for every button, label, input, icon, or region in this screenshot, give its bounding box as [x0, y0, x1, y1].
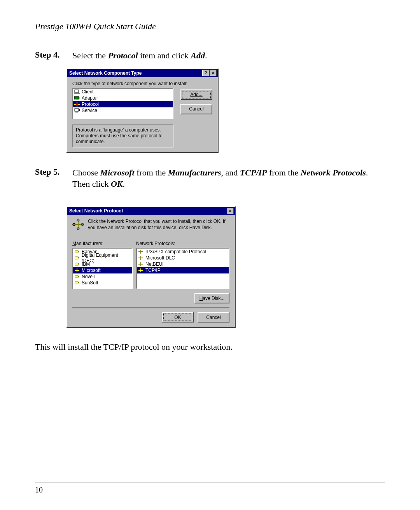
svg-point-13	[77, 228, 79, 230]
page-number: 10	[35, 485, 43, 494]
service-icon	[74, 108, 80, 113]
list-item[interactable]: Protocol	[73, 101, 173, 107]
cancel-button-label: Cancel	[206, 315, 220, 320]
list-item[interactable]: Adapter	[73, 95, 173, 101]
list-item[interactable]: Microsoft DLC	[137, 255, 229, 261]
adapter-icon	[74, 95, 80, 101]
vendor-icon	[74, 249, 80, 254]
vendor-icon	[74, 274, 80, 279]
step5-text: .	[123, 179, 125, 189]
protocol-item-icon	[138, 249, 144, 254]
cancel-button[interactable]: Cancel	[198, 312, 229, 322]
step5: Step 5. Choose Microsoft from the Manufa…	[35, 167, 385, 190]
list-item[interactable]: Service	[73, 107, 173, 114]
vendor-icon	[74, 261, 80, 267]
dialog2-separator	[72, 307, 229, 308]
close-icon[interactable]: ×	[227, 208, 234, 214]
svg-rect-19	[78, 257, 79, 258]
svg-rect-21	[78, 263, 79, 265]
help-icon[interactable]: ?	[202, 70, 209, 76]
list-item[interactable]: Digital Equipment (DEC)	[73, 255, 132, 261]
component-type-list[interactable]: Client Adapter Protocol Service	[72, 88, 173, 119]
add-button-label: Add...	[190, 92, 202, 97]
svg-rect-0	[75, 90, 79, 93]
cancel-button-label: Cancel	[189, 106, 203, 112]
list-item[interactable]: SunSoft	[73, 280, 132, 286]
protocol-item-icon	[138, 261, 144, 267]
svg-rect-16	[75, 251, 78, 253]
step5-text: , and	[221, 168, 240, 177]
svg-rect-17	[78, 251, 79, 252]
list-item-label: Microsoft DLC	[145, 255, 175, 261]
list-item-label: IBM	[82, 261, 90, 267]
vendor-icon	[74, 268, 80, 273]
step4-text3: .	[205, 51, 207, 60]
have-disk-label: Have Disk...	[200, 296, 225, 301]
dialog-select-component-type: Select Network Component Type ? × Click …	[66, 68, 219, 153]
svg-rect-24	[75, 275, 78, 278]
svg-point-14	[73, 223, 75, 226]
step4-text: Select the	[72, 51, 108, 60]
ok-button-label: OK	[174, 315, 181, 320]
list-item-label: Microsoft	[82, 268, 101, 273]
list-item[interactable]: Client	[73, 89, 173, 95]
step5-text: from the	[267, 168, 301, 177]
protocols-list[interactable]: IPX/SPX-compatible Protocol Microsoft DL…	[136, 248, 229, 289]
svg-rect-1	[74, 93, 80, 94]
svg-rect-25	[78, 276, 79, 277]
aftertext: This will install the TCP/IP protocol on…	[35, 342, 385, 352]
svg-point-12	[77, 219, 79, 221]
dialog-select-network-protocol: Select Network Protocol × Click the Netw…	[66, 206, 236, 328]
step4-add: Add	[191, 51, 205, 60]
protocols-label: Network Protocols:	[136, 241, 229, 246]
dialog2-titlebar[interactable]: Select Network Protocol ×	[67, 207, 235, 215]
list-item-label: Novell	[82, 274, 94, 279]
close-icon[interactable]: ×	[210, 70, 217, 76]
svg-rect-20	[75, 263, 78, 265]
step5-ok: OK	[111, 179, 123, 189]
list-item[interactable]: TCP/IP	[137, 267, 229, 273]
svg-rect-3	[79, 97, 80, 99]
svg-rect-7	[75, 109, 79, 111]
step4-label: Step 4.	[35, 50, 72, 61]
step5-label: Step 5.	[35, 167, 72, 190]
dialog2-instruction: Click the Network Protocol that you want…	[88, 219, 229, 231]
vendor-icon	[74, 280, 80, 286]
list-item-label: IPX/SPX-compatible Protocol	[145, 249, 206, 254]
have-disk-button[interactable]: Have Disk...	[194, 293, 229, 303]
cancel-button[interactable]: Cancel	[180, 104, 212, 114]
dialog1-titlebar[interactable]: Select Network Component Type ? ×	[67, 69, 218, 77]
protocol-icon	[74, 102, 80, 107]
svg-rect-26	[75, 282, 78, 284]
component-description: Protocol is a 'language' a computer uses…	[72, 124, 173, 147]
svg-rect-2	[74, 96, 79, 99]
step5-tcpip: TCP/IP	[240, 168, 267, 177]
step4: Step 4. Select the Protocol item and cli…	[35, 50, 385, 61]
protocol-item-icon	[138, 268, 144, 273]
page-footer: 10	[35, 482, 385, 494]
dialog1-title: Select Network Component Type	[69, 70, 202, 76]
list-item[interactable]: Microsoft	[73, 267, 132, 273]
step5-microsoft: Microsoft	[100, 168, 135, 177]
step5-manufacturers: Manufacturers	[168, 168, 221, 177]
svg-point-15	[81, 223, 84, 226]
list-item[interactable]: NetBEUI	[137, 261, 229, 267]
step4-body: Select the Protocol item and click Add.	[72, 50, 207, 61]
client-icon	[74, 89, 80, 95]
ok-button[interactable]: OK	[162, 312, 194, 322]
add-button[interactable]: Add...	[180, 89, 212, 100]
svg-rect-8	[75, 112, 78, 112]
dialog1-prompt: Click the type of network component you …	[72, 81, 212, 86]
manufacturers-list[interactable]: Banyan Digital Equipment (DEC) IBM Micro…	[72, 248, 133, 289]
step4-text2: item and click	[138, 51, 191, 60]
step5-text: Choose	[72, 168, 100, 177]
step5-network-protocols: Network Protocols	[301, 168, 366, 177]
svg-rect-27	[78, 282, 79, 283]
list-item-label: TCP/IP	[145, 268, 161, 273]
list-item[interactable]: Novell	[73, 273, 132, 280]
list-item-label: NetBEUI	[145, 261, 164, 267]
list-item[interactable]: IPX/SPX-compatible Protocol	[137, 249, 229, 255]
protocol-big-icon	[72, 219, 84, 231]
page-header: Prestige 100WH Quick Start Guide	[35, 21, 385, 34]
step4-protocol: Protocol	[108, 51, 138, 60]
